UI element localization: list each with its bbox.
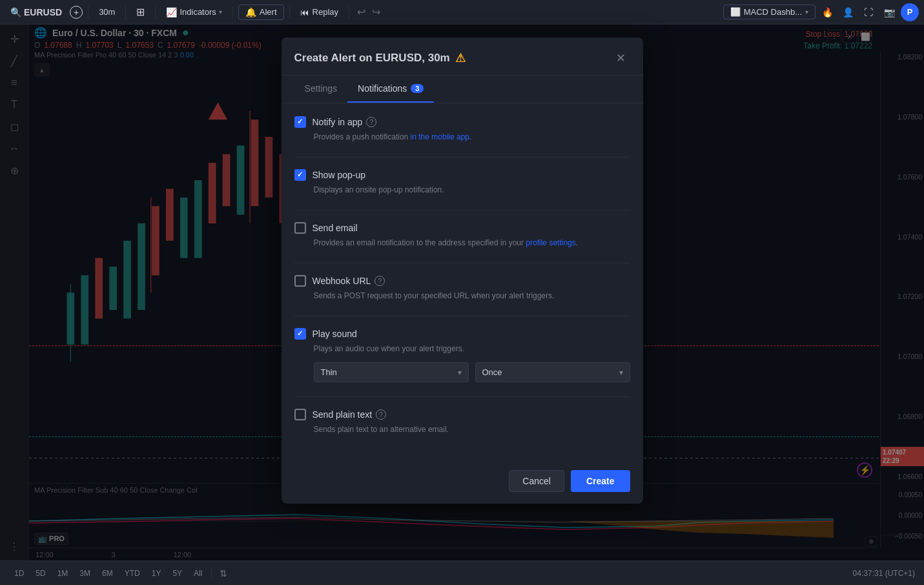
period-ytd[interactable]: YTD <box>119 567 145 580</box>
notify-in-app-label: Notify in app ? <box>313 117 377 127</box>
divider-1 <box>294 157 630 158</box>
redo-button[interactable]: ↪ <box>369 5 383 19</box>
modal-tabs: Settings Notifications 3 <box>282 76 643 103</box>
divider-3 <box>294 263 630 263</box>
sound-type-chevron-icon: ▾ <box>458 368 462 377</box>
sort-icon[interactable]: ⇅ <box>216 566 231 581</box>
tab-notifications-badge: 3 <box>411 84 424 93</box>
tab-settings[interactable]: Settings <box>294 76 348 103</box>
replay-label: Replay <box>313 7 338 17</box>
chart-type-button[interactable]: ⊞ <box>131 3 150 21</box>
period-3m[interactable]: 3M <box>74 567 96 580</box>
period-separator <box>211 568 212 579</box>
sound-repeat-value: Once <box>482 367 502 377</box>
layout-icon: ⬜ <box>730 7 741 17</box>
sound-repeat-select[interactable]: Once ▾ <box>475 362 630 382</box>
sound-selects: Thin ▾ Once ▾ <box>294 362 630 382</box>
play-sound-row: Play sound <box>294 328 630 340</box>
indicators-button[interactable]: 📈 Indicators ▾ <box>161 5 227 20</box>
bottom-status-bar: 1D 5D 1M 3M 6M YTD 1Y 5Y All ⇅ 04:37:31 … <box>0 560 924 585</box>
notify-in-app-checkbox[interactable] <box>294 116 306 128</box>
warning-icon: ⚠ <box>455 51 466 65</box>
tab-notifications[interactable]: Notifications 3 <box>347 76 434 103</box>
send-email-row: Send email <box>294 222 630 234</box>
send-email-label: Send email <box>313 223 358 233</box>
symbol-selector[interactable]: 🔍 EURUSD <box>5 5 67 20</box>
create-button[interactable]: Create <box>571 470 630 492</box>
webhook-url-row: Webhook URL ? <box>294 275 630 287</box>
chevron-down-macd-icon: ▾ <box>805 8 808 15</box>
send-plain-text-section: Send plain text ? Sends plain text to an… <box>294 409 630 435</box>
symbol-label: EURUSD <box>24 7 62 17</box>
macd-label: MACD Dashb... <box>744 7 802 17</box>
send-email-checkbox[interactable] <box>294 222 306 234</box>
webhook-help-icon[interactable]: ? <box>375 276 385 286</box>
modal-title-text: Create Alert on EURUSD, 30m <box>294 52 450 65</box>
sound-type-select[interactable]: Thin ▾ <box>314 362 469 382</box>
current-time-display: 04:37:31 (UTC+1) <box>853 569 915 578</box>
show-popup-section: Show pop-up Displays an onsite pop-up no… <box>294 169 630 196</box>
period-1y[interactable]: 1Y <box>147 567 167 580</box>
notify-in-app-help-icon[interactable]: ? <box>366 117 376 127</box>
period-6m[interactable]: 6M <box>97 567 118 580</box>
send-email-section: Send email Provides an email notificatio… <box>294 222 630 249</box>
mobile-app-link[interactable]: in the mobile app <box>411 132 469 141</box>
notify-in-app-section: Notify in app ? Provides a push notifica… <box>294 116 630 143</box>
macd-layout-button[interactable]: ⬜ MACD Dashb... ▾ <box>723 5 816 19</box>
indicators-icon: 📈 <box>166 7 177 17</box>
period-5y[interactable]: 5Y <box>167 567 187 580</box>
show-popup-label: Show pop-up <box>313 170 366 180</box>
screenshot-button[interactable]: 📷 <box>880 3 898 21</box>
webhook-url-section: Webhook URL ? Sends a POST request to yo… <box>294 275 630 302</box>
period-1d[interactable]: 1D <box>9 567 29 580</box>
period-group: 1D 5D 1M 3M 6M YTD 1Y 5Y All ⇅ <box>9 566 231 581</box>
cancel-button[interactable]: Cancel <box>509 470 564 492</box>
undo-redo-group: ↩ ↪ <box>354 5 383 19</box>
period-5d[interactable]: 5D <box>30 567 50 580</box>
user-avatar[interactable]: P <box>901 3 919 21</box>
modal-title: Create Alert on EURUSD, 30m ⚠ <box>294 51 466 65</box>
create-alert-modal: Create Alert on EURUSD, 30m ⚠ ✕ Settings… <box>282 37 643 504</box>
tab-notifications-label: Notifications <box>358 83 407 94</box>
play-sound-desc: Plays an audio cue when your alert trigg… <box>294 343 630 354</box>
profile-settings-icon-btn[interactable]: 👤 <box>839 3 857 21</box>
timeframe-selector[interactable]: 30m <box>94 5 120 19</box>
alert-icon: 🔔 <box>245 7 256 17</box>
sound-type-value: Thin <box>321 367 337 377</box>
indicators-label: Indicators <box>180 7 216 17</box>
modal-footer: Cancel Create <box>282 462 643 504</box>
divider-2 <box>294 210 630 210</box>
chevron-down-icon: ▾ <box>219 8 222 15</box>
play-sound-checkbox[interactable] <box>294 328 306 340</box>
notifications-icon-btn[interactable]: 🔥 <box>818 3 836 21</box>
replay-icon: ⏮ <box>300 7 309 17</box>
alert-button[interactable]: 🔔 Alert <box>238 5 284 20</box>
webhook-url-checkbox[interactable] <box>294 275 306 287</box>
divider-4 <box>294 316 630 316</box>
search-icon: 🔍 <box>10 7 21 17</box>
play-sound-section: Play sound Plays an audio cue when your … <box>294 328 630 382</box>
period-1m[interactable]: 1M <box>52 567 74 580</box>
chart-type-icon: ⊞ <box>136 6 145 18</box>
show-popup-desc: Displays an onsite pop-up notification. <box>294 184 630 196</box>
show-popup-checkbox[interactable] <box>294 169 306 181</box>
profile-settings-link[interactable]: profile settings <box>526 238 575 247</box>
separator-5 <box>289 6 290 19</box>
modal-overlay: Create Alert on EURUSD, 30m ⚠ ✕ Settings… <box>0 25 924 560</box>
alert-label: Alert <box>260 7 277 17</box>
modal-close-button[interactable]: ✕ <box>612 49 630 67</box>
period-all[interactable]: All <box>189 567 207 580</box>
plain-text-help-icon[interactable]: ? <box>376 409 386 420</box>
modal-header: Create Alert on EURUSD, 30m ⚠ ✕ <box>282 37 643 76</box>
fullscreen-button[interactable]: ⛶ <box>859 3 878 21</box>
timeframe-label: 30m <box>99 7 115 17</box>
send-plain-text-desc: Sends plain text to an alternative email… <box>294 424 630 435</box>
tab-settings-label: Settings <box>305 83 338 94</box>
replay-button[interactable]: ⏮ Replay <box>295 5 344 20</box>
send-plain-text-checkbox[interactable] <box>294 409 306 420</box>
status-right: 04:37:31 (UTC+1) <box>853 569 915 578</box>
separator-4 <box>232 6 233 19</box>
add-symbol-button[interactable]: + <box>70 6 83 19</box>
separator-1 <box>88 6 88 19</box>
undo-button[interactable]: ↩ <box>354 5 368 19</box>
